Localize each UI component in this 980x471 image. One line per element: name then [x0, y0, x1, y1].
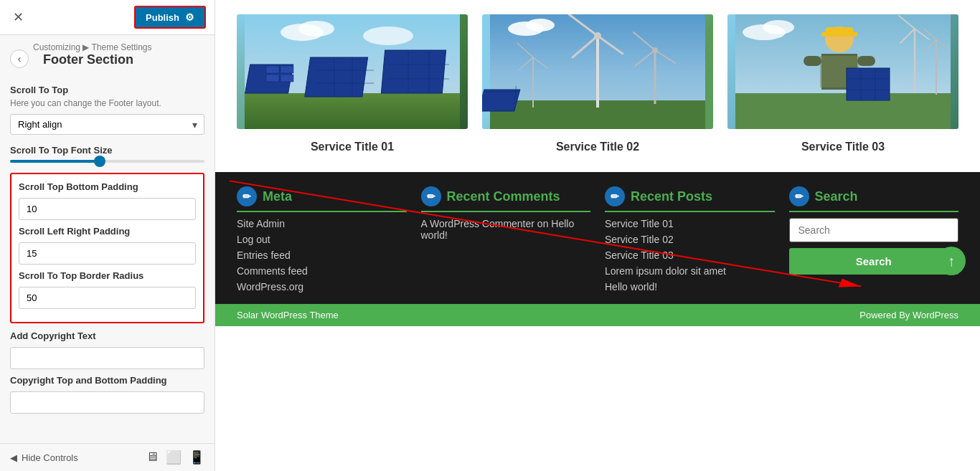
copyright-label: Add Copyright Text [10, 330, 204, 341]
footer-link-comments-feed[interactable]: Comments feed [237, 265, 407, 277]
service-title-1: Service Title 01 [237, 136, 468, 158]
svg-rect-50 [847, 68, 890, 100]
footer-meta-title: ✏ Meta [237, 186, 407, 212]
font-size-label: Scroll To Top Font Size [10, 145, 204, 156]
desktop-icon[interactable]: 🖥 [146, 449, 159, 465]
svg-rect-45 [821, 32, 857, 37]
service-img-1 [237, 14, 468, 129]
footer-section: ✏ Meta Site Admin Log out Entries feed C… [215, 172, 980, 304]
copyright-padding-label: Copyright Top and Bottom Padding [10, 375, 204, 386]
svg-rect-5 [266, 75, 279, 82]
footer-post-3[interactable]: Service Title 03 [605, 249, 775, 261]
svg-point-19 [363, 27, 413, 45]
svg-rect-48 [804, 56, 821, 66]
svg-point-37 [526, 19, 555, 32]
footer-link-commenter[interactable]: A WordPress Commenter on Hello world! [421, 218, 591, 241]
svg-rect-4 [281, 66, 293, 73]
footer-bottom-left: Solar WordPress Theme [237, 310, 339, 320]
footer-search-button[interactable]: Search [789, 248, 959, 275]
copyright-padding-input[interactable] [10, 391, 204, 414]
service-img-3 [727, 14, 958, 129]
border-radius-input[interactable] [19, 287, 196, 309]
svg-rect-6 [281, 75, 293, 82]
service-card-1: Service Title 01 [237, 14, 468, 158]
meta-icon: ✏ [237, 186, 257, 206]
search-col-icon: ✏ [789, 186, 809, 206]
publish-label: Publish [146, 12, 179, 23]
device-icons: 🖥 ⬜ 📱 [146, 449, 204, 465]
gear-icon: ⚙ [185, 11, 194, 23]
footer-col-recent-comments: ✏ Recent Comments A WordPress Commenter … [421, 186, 591, 297]
service-card-2: Service Title 02 [482, 14, 713, 158]
scroll-to-top-button[interactable]: ↑ [937, 247, 966, 275]
scroll-to-top-desc: Here you can change the Footer layout. [10, 98, 204, 108]
service-title-2: Service Title 02 [482, 136, 713, 158]
hide-icon: ◀ [10, 452, 17, 463]
close-button[interactable]: ✕ [9, 8, 28, 27]
service-title-3: Service Title 03 [727, 136, 958, 158]
footer-post-4[interactable]: Lorem ipsum dolor sit amet [605, 265, 775, 277]
service-svg-2 [482, 14, 713, 129]
tablet-icon[interactable]: ⬜ [166, 449, 182, 465]
left-right-label: Scroll Left Right Padding [19, 226, 196, 237]
breadcrumb-area: ‹ Customizing ▶ Theme Settings Footer Se… [0, 35, 215, 77]
svg-rect-3 [266, 66, 279, 73]
footer-post-1[interactable]: Service Title 01 [605, 218, 775, 229]
recent-posts-icon: ✏ [605, 186, 625, 206]
border-radius-label: Scroll To Top Border Radius [19, 270, 196, 281]
copyright-input[interactable] [10, 347, 204, 369]
footer-link-logout[interactable]: Log out [237, 234, 407, 245]
service-svg-1 [237, 14, 468, 129]
footer-link-site-admin[interactable]: Site Admin [237, 218, 407, 229]
slider-thumb[interactable] [94, 156, 105, 167]
svg-rect-42 [735, 93, 951, 129]
svg-rect-49 [857, 56, 875, 66]
top-bar: ✕ Publish ⚙ [0, 0, 215, 35]
theme-settings-link[interactable]: Theme Settings [92, 42, 152, 52]
footer-link-wordpress-org[interactable]: WordPress.org [237, 281, 407, 292]
left-panel: ✕ Publish ⚙ ‹ Customizing ▶ Theme Settin… [0, 0, 215, 471]
alignment-select[interactable]: Right align Left align Center align [10, 114, 204, 135]
footer-search-input[interactable] [789, 218, 959, 242]
panel-content: Scroll To Top Here you can change the Fo… [0, 77, 215, 443]
footer-bottom-bar: Solar WordPress Theme Powered By WordPre… [215, 304, 980, 326]
service-svg-3 [727, 14, 958, 129]
footer-grid: ✏ Meta Site Admin Log out Entries feed C… [237, 186, 958, 297]
breadcrumb-separator: ▶ [83, 42, 89, 52]
mobile-icon[interactable]: 📱 [189, 449, 204, 465]
svg-rect-1 [245, 93, 460, 129]
publish-button[interactable]: Publish ⚙ [134, 6, 206, 29]
footer-link-entries-feed[interactable]: Entries feed [237, 249, 407, 261]
font-size-slider[interactable] [10, 160, 204, 163]
scroll-to-top-label: Scroll To Top [10, 85, 204, 95]
footer-search-title: ✏ Search [789, 186, 959, 212]
bottom-padding-input[interactable] [19, 198, 196, 220]
footer-bottom-right: Powered By WordPress [859, 310, 958, 320]
svg-rect-7 [305, 57, 368, 97]
right-preview: Service Title 01 [215, 0, 980, 471]
customizing-link[interactable]: Customizing [33, 42, 80, 52]
back-button[interactable]: ‹ [10, 49, 29, 68]
services-section: Service Title 01 [215, 0, 980, 172]
bottom-bar: ◀ Hide Controls 🖥 ⬜ 📱 [0, 443, 215, 471]
svg-rect-12 [381, 50, 446, 93]
left-right-input[interactable] [19, 242, 196, 265]
footer-col-search: ✏ Search Search [789, 186, 959, 297]
footer-post-5[interactable]: Hello world! [605, 281, 775, 292]
footer-col-recent-posts: ✏ Recent Posts Service Title 01 Service … [605, 186, 775, 297]
service-card-3: Service Title 03 [727, 14, 958, 158]
footer-post-2[interactable]: Service Title 02 [605, 234, 775, 245]
svg-point-18 [298, 21, 334, 37]
service-img-2 [482, 14, 713, 129]
bottom-padding-label: Scroll Top Bottom Padding [19, 181, 196, 192]
footer-recent-comments-title: ✏ Recent Comments [421, 186, 591, 212]
page-title: Footer Section [33, 52, 152, 75]
hide-controls-label: Hide Controls [22, 452, 78, 463]
breadcrumb: Customizing ▶ Theme Settings [33, 42, 152, 52]
slider-track [10, 160, 204, 163]
slider-fill [10, 160, 98, 163]
hide-controls-button[interactable]: ◀ Hide Controls [10, 452, 78, 463]
alignment-select-wrapper: Right align Left align Center align ▾ [10, 114, 204, 135]
recent-comments-icon: ✏ [421, 186, 441, 206]
svg-point-64 [763, 20, 794, 34]
